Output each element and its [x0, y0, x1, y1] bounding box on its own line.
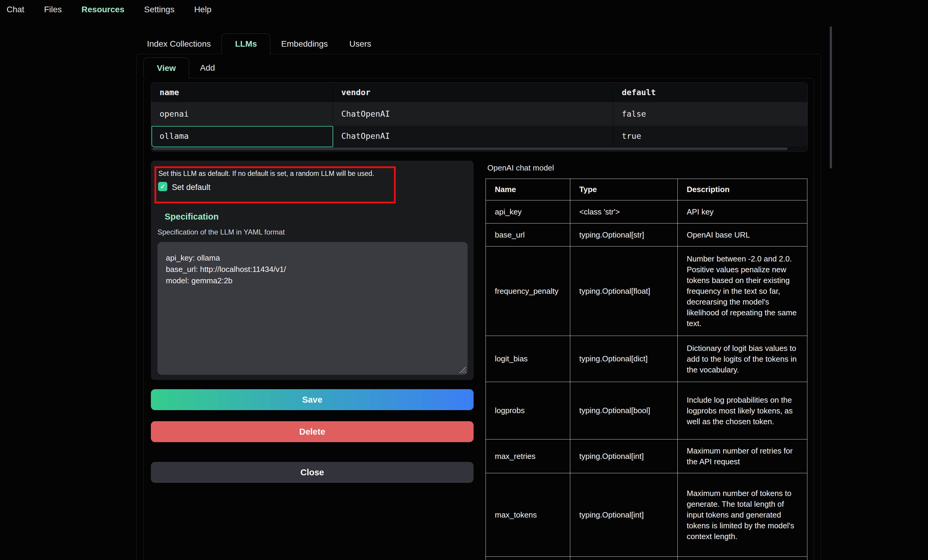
tab-users[interactable]: Users — [339, 33, 382, 54]
param-name: logit_bias — [486, 336, 570, 382]
param-desc: Maximum number of tokens to generate. Th… — [678, 473, 807, 557]
param-name: frequency_penalty — [486, 247, 570, 336]
param-desc: OpenAI base URL — [678, 224, 807, 247]
param-name — [486, 557, 570, 560]
param-desc: Include log probabilities on the logprob… — [678, 382, 807, 440]
tab-add[interactable]: Add — [189, 58, 226, 78]
param-name: api_key — [486, 201, 570, 224]
param-type: typing.Optional[str] — [570, 224, 678, 247]
model-info-header-row: Name Type Description — [486, 179, 807, 201]
tab-view[interactable]: View — [143, 58, 189, 78]
table-row: logprobs typing.Optional[bool] Include l… — [486, 382, 807, 440]
param-name: base_url — [486, 224, 570, 247]
nav-item-files[interactable]: Files — [44, 5, 62, 14]
specification-heading: Specification — [165, 212, 219, 222]
resource-tabs: Index Collections LLMs Embeddings Users — [136, 33, 382, 54]
nav-item-help[interactable]: Help — [194, 5, 212, 14]
tab-index-collections[interactable]: Index Collections — [136, 33, 221, 54]
horizontal-scrollbar-thumb[interactable] — [153, 148, 788, 150]
top-nav: Chat Files Resources Settings Help — [0, 0, 211, 19]
param-desc: Dictionary of logit bias values to add t… — [678, 336, 807, 382]
llm-row-ollama-vendor[interactable]: ChatOpenAI — [333, 126, 613, 146]
save-button[interactable]: Save — [151, 389, 473, 410]
llm-table-header-row: name vendor default — [151, 82, 807, 102]
model-info-title: OpenAI chat model — [487, 163, 554, 173]
table-row: base_url typing.Optional[str] OpenAI bas… — [486, 224, 807, 247]
table-row-partial — [486, 557, 807, 560]
tab-embeddings[interactable]: Embeddings — [270, 33, 339, 54]
table-row: logit_bias typing.Optional[dict] Diction… — [486, 336, 807, 382]
model-info-table: Name Type Description api_key <class 'st… — [485, 179, 807, 560]
model-col-name: Name — [486, 179, 570, 201]
check-icon: ✓ — [160, 183, 166, 190]
table-row[interactable]: openai ChatOpenAI false — [151, 102, 807, 126]
close-button[interactable]: Close — [151, 462, 473, 483]
llm-row-openai-default[interactable]: false — [614, 102, 807, 126]
set-default-help-text: Set this LLM as default. If no default i… — [158, 170, 374, 178]
nav-item-chat[interactable]: Chat — [6, 5, 24, 14]
table-row[interactable]: ollama ChatOpenAI true — [151, 126, 807, 146]
llm-row-ollama-name[interactable]: ollama — [151, 126, 333, 146]
param-type: typing.Optional[int] — [570, 473, 678, 557]
param-desc: Number between -2.0 and 2.0. Positive va… — [678, 247, 807, 336]
specification-format-label: Specification of the LLM in YAML format — [157, 228, 285, 236]
llm-col-header-default: default — [614, 82, 807, 102]
param-type: typing.Optional[float] — [570, 247, 678, 336]
tab-llms[interactable]: LLMs — [221, 33, 270, 54]
param-type: typing.Optional[dict] — [570, 336, 678, 382]
set-default-checkbox[interactable]: ✓ — [158, 182, 167, 191]
param-name: max_retries — [486, 440, 570, 473]
llm-list-table: name vendor default openai ChatOpenAI fa… — [151, 82, 807, 152]
param-desc — [678, 557, 807, 560]
nav-item-settings[interactable]: Settings — [144, 5, 174, 14]
table-row: api_key <class 'str'> API key — [486, 201, 807, 224]
model-col-type: Type — [570, 179, 678, 201]
llm-col-header-vendor: vendor — [333, 82, 613, 102]
param-type: typing.Optional[int] — [570, 440, 678, 473]
model-col-desc: Description — [678, 179, 807, 201]
param-desc: API key — [678, 201, 807, 224]
param-name: logprobs — [486, 382, 570, 440]
table-row: max_retries typing.Optional[int] Maximum… — [486, 440, 807, 473]
table-row: frequency_penalty typing.Optional[float]… — [486, 247, 807, 336]
view-add-tabs: View Add — [143, 58, 226, 78]
llm-row-ollama-default[interactable]: true — [614, 126, 807, 146]
llm-row-openai-vendor[interactable]: ChatOpenAI — [333, 102, 613, 126]
vertical-scrollbar-thumb[interactable] — [830, 26, 832, 169]
llm-col-header-name: name — [151, 82, 333, 102]
param-type: typing.Optional[bool] — [570, 382, 678, 440]
specification-yaml-textarea[interactable]: api_key: ollama base_url: http://localho… — [157, 242, 468, 375]
delete-button[interactable]: Delete — [151, 421, 473, 442]
llm-row-openai-name[interactable]: openai — [151, 102, 333, 126]
param-type: <class 'str'> — [570, 201, 678, 224]
param-type — [570, 557, 678, 560]
set-default-label: Set default — [172, 183, 211, 192]
param-desc: Maximum number of retries for the API re… — [678, 440, 807, 473]
table-row: max_tokens typing.Optional[int] Maximum … — [486, 473, 807, 557]
param-name: max_tokens — [486, 473, 570, 557]
app-screen: Chat Files Resources Settings Help Index… — [0, 0, 928, 560]
nav-item-resources[interactable]: Resources — [81, 5, 124, 14]
